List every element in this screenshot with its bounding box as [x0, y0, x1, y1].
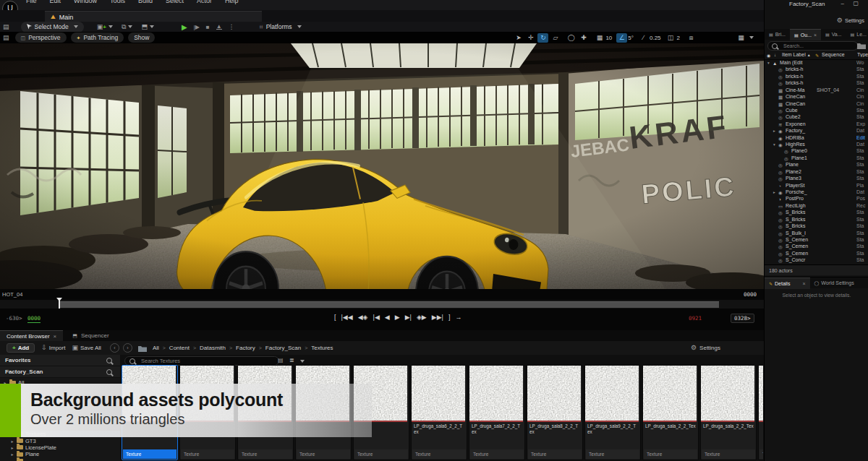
folder-icon[interactable] — [857, 42, 866, 49]
outliner-row[interactable]: ◎S_CemenSta — [765, 244, 868, 250]
outliner-row[interactable]: ◎S_BricksSta — [765, 210, 868, 216]
breadcrumb-item-content[interactable]: Content — [169, 345, 190, 351]
outliner-row[interactable]: ≋ExponenExp — [765, 121, 868, 128]
add-actor-icon[interactable]: ▣+ — [97, 24, 106, 30]
close-icon[interactable]: × — [54, 333, 57, 340]
maximize-viewport-icon[interactable]: ⧈ — [686, 33, 697, 43]
menu-item-actor[interactable]: Actor — [197, 0, 212, 4]
camera-speed-value[interactable]: 2 — [677, 35, 680, 41]
tab-sequencer[interactable]: ⬒ Sequencer — [66, 330, 115, 341]
outliner-row[interactable]: ◔PlayerStPla — [765, 183, 868, 189]
scale-snap-value[interactable]: 0.25 — [650, 35, 661, 41]
camera-speed-icon[interactable]: ◫ — [665, 33, 676, 43]
close-icon[interactable]: × — [802, 281, 805, 286]
search-icon[interactable] — [106, 369, 112, 375]
transport-button-8[interactable]: ▶▶| — [432, 314, 443, 321]
breadcrumb-item-textures[interactable]: Textures — [311, 345, 333, 351]
minimize-button[interactable]: – — [841, 0, 844, 7]
select-tool-icon[interactable]: ➤ — [513, 33, 524, 43]
outliner-row[interactable]: ◎S_CemenSta — [765, 237, 868, 244]
out-frame-value[interactable]: 0921 — [689, 315, 702, 322]
outliner-row[interactable]: ◎S_Bulk_ISta — [765, 231, 868, 237]
tab-level-main[interactable]: ⛰ Main — [45, 11, 262, 22]
history-icon[interactable]: ▤ — [3, 24, 9, 30]
outliner-row[interactable]: ▾◉HighResDat — [765, 142, 868, 148]
outliner-row[interactable]: ◎Plane0Sta — [765, 148, 868, 155]
tab-content-browser[interactable]: Content Browser × — [0, 330, 63, 342]
search-icon[interactable] — [106, 358, 112, 363]
grid-snap-icon[interactable]: ▦ — [594, 33, 605, 43]
expand-icon[interactable]: ▸ — [10, 452, 14, 457]
transport-button-6[interactable]: ▶| — [405, 314, 412, 321]
platforms-dropdown[interactable]: ⌗ Platforms — [254, 22, 307, 33]
transport-button-0[interactable]: [ — [334, 314, 336, 321]
outliner-row[interactable]: ▾▲Main (EditWo — [765, 60, 868, 66]
viewport-layout-selector[interactable]: ▦ — [735, 33, 754, 43]
breadcrumb-item-factory[interactable]: Factory — [236, 345, 255, 351]
select-mode-dropdown[interactable]: Select Mode — [21, 22, 84, 33]
tab-details[interactable]: ✎ Details × — [765, 277, 810, 289]
breadcrumb-item-all[interactable]: All — [153, 345, 159, 351]
menu-item-window[interactable]: Window — [74, 0, 97, 4]
outliner-panel-tab-1[interactable]: ▤Ou...× — [790, 29, 821, 40]
asset-tile[interactable]: VTLP_druga_sala8_2_2_TexTexture — [527, 365, 583, 460]
range-end-value[interactable]: 0328> — [731, 314, 754, 323]
asset-tile[interactable]: VTLP_druga_sala6_2_2_TexTexture — [411, 365, 467, 460]
blueprints-icon[interactable]: ⧉ — [122, 24, 126, 30]
unreal-logo-icon[interactable]: U — [2, 1, 18, 10]
transport-button-10[interactable]: → — [455, 314, 461, 321]
breadcrumb-item-datasmith[interactable]: Datasmith — [200, 345, 226, 351]
collection-header[interactable]: Factory_Scan — [0, 366, 120, 378]
asset-tile[interactable]: VTLP_druga_sala9_2_2_TexTexture — [584, 365, 641, 460]
outliner-row[interactable]: ◎S_BricksSta — [765, 217, 868, 223]
transport-button-9[interactable]: ] — [448, 314, 451, 321]
asset-tile[interactable]: VTLP_druga_sala_2_2_TexTexture — [700, 365, 757, 460]
menu-item-tools[interactable]: Tools — [110, 0, 125, 4]
playback-range[interactable] — [59, 301, 719, 308]
expand-icon[interactable]: ▸ — [773, 190, 775, 194]
viewport-options-icon[interactable]: ▤ — [3, 35, 9, 41]
transport-button-4[interactable]: ◀ — [385, 314, 390, 321]
col-type-label[interactable]: Type — [857, 52, 868, 57]
col-sequence-label[interactable]: Sequence — [822, 52, 845, 57]
outliner-row[interactable]: ◎Plane3Sta — [765, 176, 868, 182]
cinematics-icon[interactable]: ⬒ — [141, 24, 148, 30]
current-frame-value[interactable]: 0000 — [27, 315, 41, 323]
outliner-row[interactable]: ◎bricks-hSta — [765, 66, 868, 73]
stop-button[interactable]: ■ — [206, 24, 210, 30]
outliner-row[interactable]: ◉HDRIBaEdit — [765, 135, 868, 142]
outliner-row[interactable]: ▦CineCanCin — [765, 101, 868, 108]
transport-button-7[interactable]: ◈▶ — [417, 314, 427, 321]
outliner-row[interactable]: ◎S_ConcrSta — [765, 257, 868, 264]
outliner-row[interactable]: ◎Plane2Sta — [765, 169, 868, 176]
outliner-row[interactable]: ◎Plane1Sta — [765, 155, 868, 162]
menu-item-edit[interactable]: Edit — [50, 0, 61, 4]
eye-icon[interactable]: ◉ — [767, 53, 770, 58]
transport-button-1[interactable]: |◀◀ — [341, 314, 353, 321]
transport-button-5[interactable]: ▶ — [395, 314, 400, 321]
close-icon[interactable]: × — [814, 33, 817, 38]
asset-tile[interactable]: VTTexture — [758, 365, 763, 460]
range-start-value[interactable]: -630> — [6, 315, 22, 322]
rotation-snap-icon[interactable]: ∠ — [616, 33, 627, 43]
tree-item-licenseplate[interactable]: ▸LicensePlate — [10, 444, 120, 451]
play-button[interactable]: ▶ — [182, 23, 187, 31]
tree-item-plane[interactable]: ▸Plane — [10, 451, 120, 457]
outliner-row[interactable]: ◎bricks-hSta — [765, 74, 868, 80]
expand-icon[interactable]: ▸ — [10, 445, 14, 450]
transport-button-2[interactable]: ◀◈ — [358, 314, 368, 321]
import-button[interactable]: ⇩ Import — [41, 345, 65, 351]
filter-icon[interactable]: ≣ — [289, 357, 294, 363]
menu-item-select[interactable]: Select — [166, 0, 184, 4]
expand-icon[interactable]: ▸ — [773, 129, 775, 133]
world-space-icon[interactable]: ◯ — [566, 33, 576, 43]
menu-item-file[interactable]: File — [26, 0, 37, 4]
breadcrumb-item-factory_scan[interactable]: Factory_Scan — [265, 345, 301, 351]
outliner-row[interactable]: ▦CineCanCin — [765, 94, 868, 100]
outliner-row[interactable]: ▦Cine-MaSHOT_04Cin — [765, 87, 868, 94]
translate-tool-icon[interactable]: ✛ — [525, 33, 536, 43]
transport-button-3[interactable]: |◀ — [373, 314, 380, 321]
favorites-header[interactable]: Favorites — [0, 355, 120, 366]
outliner-panel-tab-2[interactable]: ▤Va... — [821, 29, 846, 40]
pin-icon[interactable]: ↓ — [774, 53, 776, 57]
